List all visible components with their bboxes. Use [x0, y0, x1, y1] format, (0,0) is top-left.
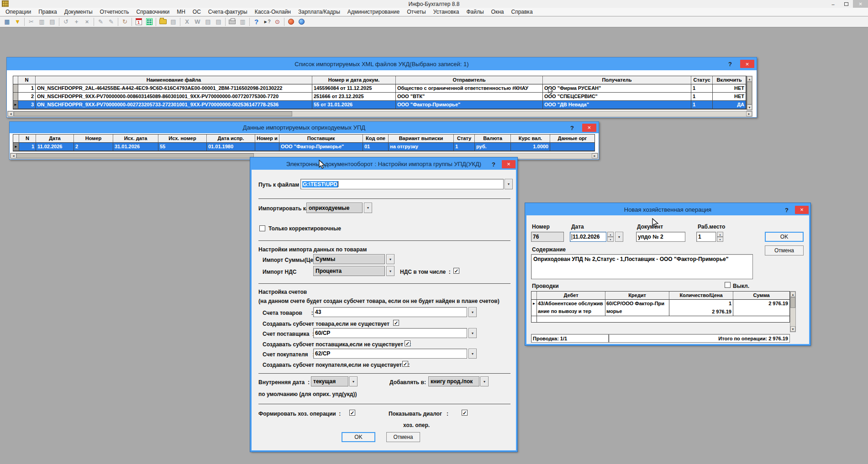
globe-blue-icon[interactable]: [296, 17, 307, 26]
new-operation-titlebar[interactable]: Новая хозяйственная операция ? ×: [526, 204, 810, 215]
vat-included-checkbox[interactable]: ✓: [453, 268, 459, 274]
internal-date-dropdown-icon[interactable]: ▼: [349, 376, 358, 386]
import-vat-select[interactable]: Процента: [313, 266, 385, 276]
number-field[interactable]: 76: [531, 232, 564, 242]
menu-salary[interactable]: Зарплата/Кадры: [295, 8, 344, 16]
xml-files-titlebar[interactable]: Список импортируемых XML файлов УКД(Выбр…: [7, 57, 757, 70]
posting-row[interactable]: ► 43/Абонентское обслуживание по вывозу …: [531, 300, 789, 316]
import-vat-dropdown-icon[interactable]: ▼: [386, 266, 395, 276]
menu-administration[interactable]: Администрирование: [344, 8, 403, 16]
import-settings-titlebar[interactable]: Электронный документооборот : Настройки …: [251, 158, 516, 170]
table-row[interactable]: 2 ON_NSCHFDOPPR_9XX-PV70000000-008603145…: [13, 93, 746, 101]
help-icon[interactable]: ?: [782, 206, 791, 213]
import-sum-select[interactable]: Суммы: [313, 254, 385, 264]
upd-data-titlebar[interactable]: Данные импортируемых оприходуемых УПД ? …: [10, 122, 599, 133]
help-icon[interactable]: ?: [568, 124, 577, 131]
calculator-icon[interactable]: [144, 17, 154, 26]
vertical-scrollbar[interactable]: ▲ ▼: [790, 291, 796, 332]
create-supplier-sub-checkbox[interactable]: ✓: [405, 340, 410, 346]
menu-references[interactable]: Справочники: [132, 8, 173, 16]
date-field[interactable]: 11.02.2026: [570, 232, 606, 242]
doc2-icon[interactable]: ▤: [213, 17, 224, 26]
close-icon[interactable]: ×: [582, 124, 596, 132]
save-doc-icon[interactable]: ▤: [168, 17, 179, 26]
help-question-icon[interactable]: ?: [251, 17, 262, 26]
add-to-select[interactable]: книгу прод./пок: [428, 376, 479, 386]
close-icon[interactable]: ×: [853, 0, 868, 8]
calendar-icon[interactable]: 1: [133, 17, 144, 26]
import-as-dropdown-icon[interactable]: ▼: [364, 203, 372, 213]
menu-kassa-online[interactable]: Касса-Онлайн: [251, 8, 295, 16]
rotate-180-icon[interactable]: ↺: [61, 17, 71, 26]
cancel-button[interactable]: Отмена: [386, 432, 420, 442]
table-row-selected[interactable]: ► 3 ON_NSCHFDOPPR_9XX-PV70000000-0027232…: [13, 101, 746, 109]
path-dropdown-icon[interactable]: ▼: [505, 179, 513, 189]
excel-icon[interactable]: X: [182, 17, 192, 26]
close-icon[interactable]: ×: [795, 206, 809, 214]
menu-reports[interactable]: Отчеты: [403, 8, 429, 16]
menu-invoices[interactable]: Счета-фактуры: [205, 8, 251, 16]
menu-operations[interactable]: Операции: [2, 8, 35, 16]
menu-documents[interactable]: Документы: [61, 8, 96, 16]
date-dropdown-icon[interactable]: ▼: [615, 232, 623, 242]
help-icon[interactable]: ?: [489, 161, 498, 167]
vertical-scrollbar[interactable]: ▲ ▼: [747, 76, 752, 110]
table-row-selected[interactable]: ► 1 11.02.2026 2 31.01.2026 55 01.01.198…: [13, 143, 594, 151]
table-row[interactable]: 1 ON_NSCHFDOPPR_2AL-464255BE-A442-4EC9-9…: [13, 84, 746, 93]
cancel-button[interactable]: Отмена: [765, 245, 804, 255]
supplier-account-dropdown-icon[interactable]: ▼: [468, 328, 477, 338]
clock-icon[interactable]: ⊙: [272, 17, 283, 26]
add-to-dropdown-icon[interactable]: ▼: [480, 376, 489, 386]
menu-help[interactable]: Справка: [507, 8, 536, 16]
doc-icon[interactable]: ▤: [203, 17, 213, 26]
document-field[interactable]: упдо № 2: [636, 232, 685, 242]
close-icon[interactable]: ×: [502, 160, 516, 168]
date-spinner[interactable]: ▲▼: [607, 232, 614, 242]
workplace-field[interactable]: 1: [696, 232, 716, 242]
import-as-select[interactable]: оприходуемые: [306, 203, 363, 213]
menu-windows[interactable]: Окна: [488, 8, 508, 16]
add-plus-icon[interactable]: +: [71, 17, 82, 26]
supplier-account-input[interactable]: 60/СР: [313, 328, 467, 338]
help-icon[interactable]: ?: [726, 61, 735, 68]
only-corrective-checkbox[interactable]: [259, 225, 265, 231]
path-input[interactable]: G:\TEST\UPD: [300, 179, 504, 189]
form-operations-checkbox[interactable]: ✓: [349, 410, 355, 416]
delete-x-icon[interactable]: ×: [82, 17, 92, 26]
buyer-account-input[interactable]: 62/СР: [313, 349, 467, 359]
word-icon[interactable]: W: [192, 17, 203, 26]
buyer-account-dropdown-icon[interactable]: ▼: [468, 349, 477, 359]
context-help-icon[interactable]: ►?: [262, 17, 272, 26]
menu-edit[interactable]: Правка: [35, 8, 61, 16]
clipboard-icon[interactable]: ▤: [47, 17, 58, 26]
internal-date-select[interactable]: текущая: [311, 376, 348, 386]
globe-red-icon[interactable]: [286, 17, 296, 26]
menu-setup[interactable]: Установка: [430, 8, 463, 16]
create-goods-sub-checkbox[interactable]: ✓: [393, 320, 399, 326]
show-dialog-checkbox[interactable]: ✓: [462, 410, 468, 416]
menu-mn[interactable]: МН: [173, 8, 189, 16]
create-buyer-sub-checkbox[interactable]: ✓: [402, 361, 408, 367]
goods-account-dropdown-icon[interactable]: ▼: [468, 307, 477, 317]
workplace-spinner[interactable]: ▲▼: [717, 232, 723, 242]
minimize-icon[interactable]: –: [826, 0, 840, 8]
open-folder-icon[interactable]: [158, 17, 168, 26]
chart-icon[interactable]: ▥: [37, 17, 47, 26]
off-checkbox[interactable]: [725, 282, 731, 288]
ok-button[interactable]: OK: [765, 232, 804, 242]
refresh-icon[interactable]: ↻: [120, 17, 130, 26]
content-textarea[interactable]: Оприходован УПД № 2,Статус - 1,Поставщик…: [531, 254, 753, 279]
menu-os[interactable]: ОС: [189, 8, 205, 16]
table-grid-icon[interactable]: ▦: [2, 17, 12, 26]
preview-icon[interactable]: ▥: [237, 17, 248, 26]
menu-reporting[interactable]: Отчетность: [96, 8, 133, 16]
maximize-restore-icon[interactable]: [840, 0, 853, 8]
goods-account-input[interactable]: 43: [313, 307, 467, 317]
printer-icon[interactable]: [227, 17, 237, 26]
cut-scissors-icon[interactable]: ✂: [26, 17, 37, 26]
sign-pen-icon[interactable]: ✎: [95, 17, 106, 26]
import-sum-dropdown-icon[interactable]: ▼: [386, 254, 395, 264]
sign-pen2-icon[interactable]: ✎: [106, 17, 116, 26]
menu-files[interactable]: Файлы: [463, 8, 487, 16]
filter-funnel-icon[interactable]: ▼: [12, 17, 23, 26]
